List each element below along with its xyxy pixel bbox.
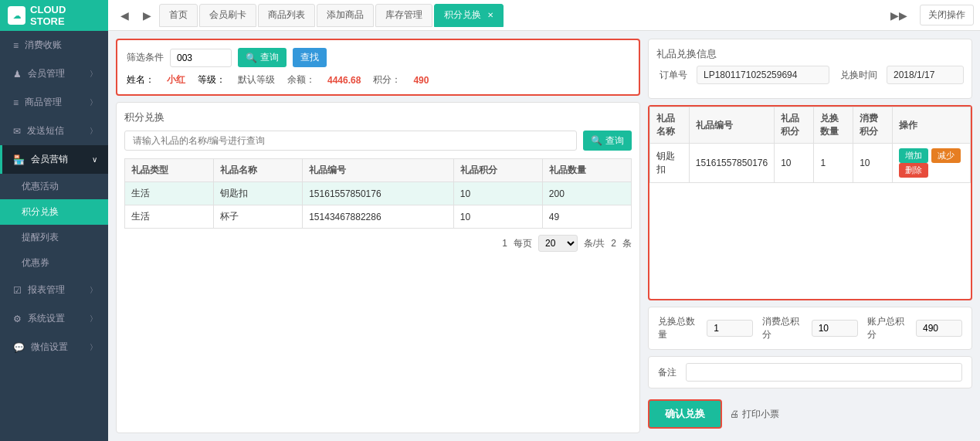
sel-cell-action: 增加 减少 删除 (893, 144, 971, 183)
tab-add-goods[interactable]: 添加商品 (317, 4, 374, 27)
chevron-icon: 〉 (90, 342, 97, 353)
sidebar-subitem-coupon[interactable]: 优惠券 (0, 250, 108, 276)
sidebar-item-system[interactable]: ⚙ 系统设置 〉 (0, 304, 108, 333)
total-items: 2 (611, 238, 616, 249)
points-label: 积分： (373, 73, 401, 87)
confirm-exchange-btn[interactable]: 确认兑换 (648, 399, 722, 429)
tab-inventory[interactable]: 库存管理 (375, 4, 432, 27)
col-code: 礼品编号 (303, 159, 454, 182)
chevron-icon: 〉 (90, 69, 97, 80)
wechat-icon: 💬 (13, 342, 25, 353)
sidebar-subitem-promo[interactable]: 优惠活动 (0, 174, 108, 199)
tab-home-label: 首页 (169, 8, 188, 22)
per-page-select[interactable]: 20 50 100 (538, 235, 578, 252)
sidebar-subitem-label: 积分兑换 (22, 205, 59, 219)
remarks-label: 备注 (658, 366, 681, 379)
order-info-row: 订单号 LP1801171025259694 兑换时间 2018/1/17 (656, 66, 964, 84)
goods-icon: ≡ (13, 97, 19, 108)
sel-cell-consumed: 10 (853, 144, 893, 183)
remarks-row: 备注 (648, 356, 972, 388)
filter-row1: 筛选条件 🔍 查询 查找 (127, 48, 629, 67)
sidebar-subitem-points[interactable]: 积分兑换 (0, 199, 108, 225)
main-area: ◀ ▶ 首页 会员刷卡 商品列表 添加商品 库存管理 积分兑换 ✕ ▶▶ 关闭操… (108, 0, 980, 441)
exchange-time-value: 2018/1/17 (887, 66, 964, 84)
delete-btn[interactable]: 删除 (899, 163, 928, 178)
col-points: 礼品积分 (453, 159, 542, 182)
tab-goods-list[interactable]: 商品列表 (258, 4, 315, 27)
total-qty-label: 兑换总数量 (658, 315, 702, 341)
chevron-icon: ∨ (92, 155, 97, 164)
gift-search-input[interactable] (124, 131, 577, 151)
minus-btn[interactable]: 减少 (931, 148, 961, 163)
order-number-value: LP1801171025259694 (697, 66, 829, 84)
cell-points: 10 (453, 205, 542, 229)
level-label: 等级： (198, 73, 226, 87)
close-operation-btn[interactable]: 关闭操作 (920, 5, 974, 25)
col-name: 礼品名称 (214, 159, 303, 182)
selected-gifts: 礼品名称 礼品编号 礼品积分 兑换数量 消费积分 操作 钥匙扣 15161557… (648, 105, 972, 300)
filter-label: 筛选条件 (127, 51, 164, 64)
cell-name: 钥匙扣 (214, 182, 303, 205)
sidebar-item-label: 微信设置 (31, 341, 68, 354)
remarks-input[interactable] (686, 363, 962, 382)
sidebar-subitem-label: 优惠券 (22, 256, 49, 270)
filter-input[interactable] (170, 49, 232, 67)
print-btn[interactable]: 🖨 打印小票 (730, 408, 779, 421)
tab-close-icon[interactable]: ✕ (487, 11, 493, 19)
sidebar-subitem-giftlist[interactable]: 提醒列表 (0, 225, 108, 250)
tab-home[interactable]: 首页 (159, 4, 198, 27)
exchange-time-label: 兑换时间 (839, 69, 877, 82)
selected-table-body: 钥匙扣 15161557850176 10 1 10 增加 减少 删除 (650, 144, 971, 183)
summary-total-qty: 兑换总数量 1 (658, 315, 753, 341)
gift-table: 礼品类型 礼品名称 礼品编号 礼品积分 礼品数量 生活 钥匙扣 15161557… (124, 158, 632, 229)
sidebar-item-sales-receipt[interactable]: ≡ 消费收账 (0, 31, 108, 59)
sidebar-item-label: 消费收账 (25, 39, 62, 52)
filter-name-value: 小红 (167, 73, 185, 87)
order-number-label: 订单号 (656, 69, 687, 82)
topbar-nav-right[interactable]: ▶▶ (884, 6, 914, 25)
total-qty-value: 1 (707, 320, 753, 337)
table-row[interactable]: 生活 钥匙扣 15161557850176 10 200 (125, 182, 632, 205)
filter-row2: 姓名： 小红 等级： 默认等级 余额： 4446.68 积分： 490 (127, 73, 629, 87)
chevron-icon: 〉 (90, 97, 97, 108)
tab-goods-list-label: 商品列表 (268, 8, 305, 22)
summary-total-consumed: 消费总积分 10 (762, 315, 857, 341)
sel-col-consumed: 消费积分 (853, 107, 893, 144)
summary-account-points: 账户总积分 490 (867, 315, 962, 341)
filter-balance-value: 4446.68 (327, 75, 361, 86)
cell-type: 生活 (125, 182, 214, 205)
add-btn[interactable]: 增加 (899, 148, 928, 163)
search-btn[interactable]: 查找 (293, 48, 327, 67)
sidebar-item-wechat[interactable]: 💬 微信设置 〉 (0, 333, 108, 361)
col-qty: 礼品数量 (542, 159, 631, 182)
cell-points: 10 (453, 182, 542, 205)
filter-box: 筛选条件 🔍 查询 查找 姓名： 小红 等级： 默认等级 余额： 4446.68… (116, 39, 640, 96)
chevron-icon: 〉 (90, 285, 97, 296)
cell-type: 生活 (125, 205, 214, 229)
logo-icon: ☁ (8, 6, 25, 25)
gift-query-btn[interactable]: 🔍 查询 (583, 131, 632, 151)
tab-points-exchange[interactable]: 积分兑换 ✕ (434, 4, 504, 27)
account-points-label: 账户总积分 (867, 315, 911, 341)
sidebar-item-member-mgmt[interactable]: ♟ 会员管理 〉 (0, 59, 108, 88)
system-icon: ⚙ (13, 314, 22, 324)
marketing-icon: 🏪 (13, 154, 25, 165)
table-row[interactable]: 生活 杯子 15143467882286 10 49 (125, 205, 632, 229)
sel-cell-points: 10 (775, 144, 814, 183)
query-btn[interactable]: 🔍 查询 (238, 48, 287, 67)
gift-table-body: 生活 钥匙扣 15161557850176 10 200 生活 杯子 15143… (125, 182, 632, 229)
msg-icon: ✉ (13, 126, 21, 137)
nav-forward-btn[interactable]: ▶ (137, 6, 158, 25)
topbar-right: ▶▶ 关闭操作 (884, 5, 974, 25)
right-panel: 礼品兑换信息 订单号 LP1801171025259694 兑换时间 2018/… (648, 39, 972, 433)
sidebar-item-send-msg[interactable]: ✉ 发送短信 〉 (0, 117, 108, 145)
sidebar-item-goods-mgmt[interactable]: ≡ 商品管理 〉 (0, 88, 108, 117)
left-panel: 筛选条件 🔍 查询 查找 姓名： 小红 等级： 默认等级 余额： 4446.68… (116, 39, 640, 433)
nav-back-btn[interactable]: ◀ (114, 6, 135, 25)
sidebar-item-report[interactable]: ☑ 报表管理 〉 (0, 276, 108, 304)
sidebar-item-member-marketing[interactable]: 🏪 会员营销 ∨ (0, 145, 108, 174)
gift-table-head: 礼品类型 礼品名称 礼品编号 礼品积分 礼品数量 (125, 159, 632, 182)
tab-member-card[interactable]: 会员刷卡 (199, 4, 256, 27)
sidebar-item-label: 会员营销 (31, 153, 68, 166)
sidebar-item-label: 系统设置 (28, 312, 65, 325)
